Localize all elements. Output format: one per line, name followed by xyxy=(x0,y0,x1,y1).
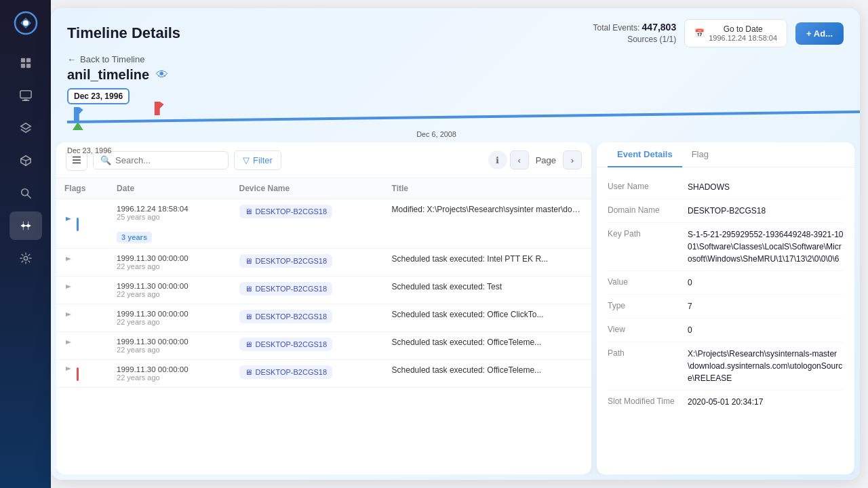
col-date: Date xyxy=(108,178,231,199)
ago-text: 22 years ago xyxy=(117,290,222,298)
device-cell: 🖥DESKTOP-B2CGS18 xyxy=(231,332,384,360)
date-value: 1999.11.30 00:00:00 xyxy=(117,282,222,290)
monitor-icon: 🖥 xyxy=(245,285,252,293)
ago-text: 22 years ago xyxy=(117,318,222,326)
title-cell: Modified: X:\Projects\Research\sysinter … xyxy=(384,199,591,249)
title-cell: Scheduled task executed: OfficeTeleme... xyxy=(384,332,591,360)
info-button[interactable]: ℹ xyxy=(488,150,507,169)
header: Timeline Details Total Events: 447,803 S… xyxy=(51,8,860,54)
flag-icon xyxy=(64,284,74,295)
flag-cell xyxy=(56,360,108,388)
back-arrow-icon: ← xyxy=(67,54,76,64)
table-row[interactable]: 1996.12.24 18:58:0425 years ago3 years🖥D… xyxy=(56,199,591,249)
svg-rect-6 xyxy=(20,91,31,98)
svg-line-10 xyxy=(20,159,25,161)
flag-cell xyxy=(56,332,108,360)
sidebar xyxy=(0,0,51,488)
detail-key: Path xyxy=(608,348,682,358)
tab-flag[interactable]: Flag xyxy=(682,142,718,167)
details-content: User Name SHADOWS Domain Name DESKTOP-B2… xyxy=(597,167,854,474)
table-row[interactable]: 1999.11.30 00:00:0022 years ago🖥DESKTOP-… xyxy=(56,304,591,332)
sidebar-item-settings[interactable] xyxy=(9,244,42,272)
date-cell: 1999.11.30 00:00:0022 years ago xyxy=(108,277,231,304)
flag-cell xyxy=(56,199,108,249)
next-page-button[interactable]: › xyxy=(563,150,582,169)
device-cell: 🖥DESKTOP-B2CGS18 xyxy=(231,304,384,332)
prev-page-button[interactable]: ‹ xyxy=(510,150,529,169)
date-cell: 1996.12.24 18:58:0425 years ago3 years xyxy=(108,199,231,249)
monitor-icon: 🖥 xyxy=(245,312,252,321)
monitor-icon: 🖥 xyxy=(245,207,252,216)
years-badge: 3 years xyxy=(117,232,152,243)
timeline-chart[interactable]: Dec 23, 1996 Dec 6, 2008 Dec 23, 1996 xyxy=(51,88,860,142)
device-badge: 🖥DESKTOP-B2CGS18 xyxy=(239,338,333,351)
search-input[interactable] xyxy=(115,155,221,165)
table-row[interactable]: 1999.11.30 00:00:0022 years ago🖥DESKTOP-… xyxy=(56,277,591,304)
table-row[interactable]: 1999.11.30 00:00:0022 years ago🖥DESKTOP-… xyxy=(56,360,591,388)
detail-row: Value 0 xyxy=(608,271,844,295)
detail-value: SHADOWS xyxy=(688,181,730,193)
main-content: Timeline Details Total Events: 447,803 S… xyxy=(51,8,860,480)
search-box[interactable]: 🔍 xyxy=(93,151,229,169)
svg-marker-21 xyxy=(74,107,83,121)
filter-label: Filter xyxy=(253,155,273,165)
date-cell: 1999.11.30 00:00:0022 years ago xyxy=(108,249,231,277)
chart-date-bottom-left: Dec 23, 1996 xyxy=(67,146,111,155)
add-button[interactable]: + Ad... xyxy=(795,22,844,45)
tab-event-details[interactable]: Event Details xyxy=(608,142,682,167)
bar-indicator xyxy=(77,367,79,381)
detail-row: User Name SHADOWS xyxy=(608,176,844,199)
app-logo[interactable] xyxy=(11,8,41,38)
detail-value: 2020-05-01 20:34:17 xyxy=(688,396,763,408)
eye-icon[interactable]: 👁 xyxy=(156,68,168,82)
filter-button[interactable]: ▽ Filter xyxy=(234,150,281,170)
search-icon: 🔍 xyxy=(100,155,111,165)
sidebar-item-search[interactable] xyxy=(9,179,42,207)
detail-row: Domain Name DESKTOP-B2CGS18 xyxy=(608,199,844,223)
detail-value: 7 xyxy=(688,300,692,312)
events-summary: Total Events: 447,803 Sources (1/1) xyxy=(593,21,677,45)
detail-key: Domain Name xyxy=(608,205,682,215)
detail-key: User Name xyxy=(608,181,682,191)
total-events-label: Total Events: xyxy=(593,23,640,33)
header-title-area: Timeline Details xyxy=(67,24,180,42)
events-table-element: Flags Date Device Name Title 1996.12.24 … xyxy=(56,178,591,388)
detail-value: X:\Projects\Research\sysinternals-master… xyxy=(688,348,844,384)
back-link[interactable]: ← Back to Timeline xyxy=(51,54,860,67)
add-button-label: + Ad... xyxy=(806,28,833,39)
table-body: 1996.12.24 18:58:0425 years ago3 years🖥D… xyxy=(56,199,591,388)
detail-key: Value xyxy=(608,277,682,287)
monitor-icon: 🖥 xyxy=(245,340,252,348)
date-value: 1996.12.24 18:58:04 xyxy=(117,205,222,213)
detail-value: DESKTOP-B2CGS18 xyxy=(688,205,766,217)
go-to-date-button[interactable]: 📅 Go to Date 1996.12.24 18:58:04 xyxy=(684,19,787,47)
go-to-date-value: 1996.12.24 18:58:04 xyxy=(709,34,777,42)
sources-label: Sources (1/1) xyxy=(593,34,677,45)
detail-row: Path X:\Projects\Research\sysinternals-m… xyxy=(608,342,844,390)
timeline-name-row: anil_timeline 👁 xyxy=(51,67,860,88)
date-cell: 1999.11.30 00:00:0022 years ago xyxy=(108,360,231,388)
device-badge: 🖥DESKTOP-B2CGS18 xyxy=(239,254,333,268)
back-link-label: Back to Timeline xyxy=(80,54,144,64)
detail-row: Slot Modified Time 2020-05-01 20:34:17 xyxy=(608,390,844,413)
sidebar-item-layers[interactable] xyxy=(9,114,42,142)
detail-key: Type xyxy=(608,300,682,310)
table-row[interactable]: 1999.11.30 00:00:0022 years ago🖥DESKTOP-… xyxy=(56,332,591,360)
page-label: Page xyxy=(532,155,560,165)
svg-line-11 xyxy=(26,159,31,161)
ago-text: 25 years ago xyxy=(117,213,222,221)
svg-line-20 xyxy=(67,112,860,122)
sidebar-item-box[interactable] xyxy=(9,146,42,175)
sidebar-item-monitor[interactable] xyxy=(9,81,42,110)
detail-key: Key Path xyxy=(608,228,682,239)
table-row[interactable]: 1999.11.30 00:00:0022 years ago🖥DESKTOP-… xyxy=(56,249,591,277)
device-badge: 🖥DESKTOP-B2CGS18 xyxy=(239,310,333,323)
sidebar-item-timeline[interactable] xyxy=(9,211,42,240)
date-value: 1999.11.30 00:00:00 xyxy=(117,254,222,262)
col-title: Title xyxy=(384,178,591,199)
svg-rect-27 xyxy=(73,163,81,164)
col-device: Device Name xyxy=(231,178,384,199)
svg-rect-5 xyxy=(26,64,30,68)
sidebar-item-grid[interactable] xyxy=(9,49,42,77)
svg-rect-3 xyxy=(26,58,30,62)
